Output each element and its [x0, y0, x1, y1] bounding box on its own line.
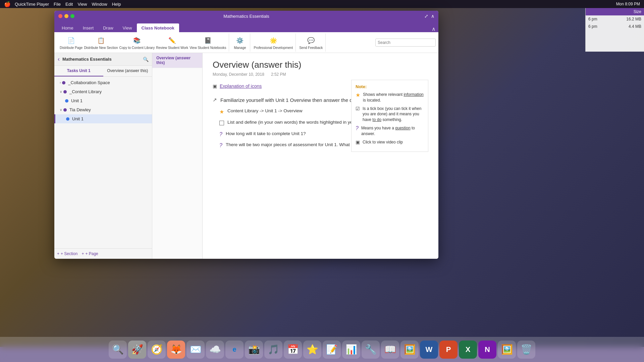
note-question-icon: ? — [356, 125, 359, 131]
content-area[interactable]: Overview (answer this) Monday, December … — [203, 53, 438, 259]
tab-insert[interactable]: Insert — [78, 23, 99, 32]
review-student-label: Review Student Work — [156, 46, 188, 50]
ribbon-content: 📄 Distribute Page 📋 Distribute New Secti… — [54, 32, 438, 53]
section-heading-text: Familiarize yourself with Unit 1 Overvie… — [220, 97, 373, 103]
dock-photos[interactable]: 🖼️ — [400, 341, 419, 359]
close-button[interactable] — [58, 14, 62, 18]
sidebar-tab-overview[interactable]: Overview (answer this) — [103, 66, 152, 76]
sidebar-item-unit1-tia[interactable]: Unit 1 — [54, 114, 152, 123]
expand-icon[interactable]: ⤢ — [424, 13, 428, 19]
btn-professional-dev[interactable]: 🌟 Professional Development — [254, 35, 293, 50]
note-item-1: ★ Shows where relevant information is lo… — [356, 92, 424, 103]
dock-trash[interactable]: 🗑️ — [517, 341, 535, 359]
sidebar-item-tia[interactable]: ∨ Tia Dewley — [54, 105, 152, 114]
page-item-overview[interactable]: Overview (answer this) — [152, 53, 202, 68]
dock-mail[interactable]: ✉️ — [186, 341, 205, 359]
note-item-4-text: Click to view video clip — [363, 139, 403, 145]
dock-facetime[interactable]: 📅 — [284, 341, 302, 359]
search-input[interactable] — [375, 39, 436, 47]
dock-notes[interactable]: 📝 — [323, 341, 341, 359]
dock-tools[interactable]: 🔧 — [362, 341, 380, 359]
copy-content-label: Copy to Content Library — [119, 46, 155, 50]
note-checkbox-icon: ☑ — [356, 106, 360, 111]
menu-view[interactable]: View — [77, 2, 87, 7]
tia-indicator — [63, 108, 67, 112]
content-item-2-text: List and define (in your own words) the … — [227, 120, 361, 125]
dock-onenote[interactable]: N — [478, 341, 496, 359]
sidebar-tab-tasks[interactable]: Tasks Unit 1 — [54, 66, 103, 76]
tab-draw[interactable]: Draw — [98, 23, 118, 32]
chevron-icon-content: ∨ — [60, 90, 62, 94]
ribbon-group-2: ⚙️ Manage — [230, 34, 250, 52]
minimize-button[interactable] — [64, 14, 68, 18]
file-side-panel: Size 6 pm 16.2 MB 6 pm 4.4 MB — [585, 8, 644, 52]
page-meta: Monday, December 10, 2018 2:52 PM — [213, 72, 428, 77]
star-icon-1: ★ — [219, 109, 224, 115]
dock-music[interactable]: 🎵 — [264, 341, 282, 359]
dock-finder[interactable]: 🔍 — [109, 341, 127, 359]
explanation-of-icons-link[interactable]: Explanation of icons — [220, 83, 262, 89]
apple-menu[interactable]: 🍎 — [4, 1, 11, 7]
title-bar-right: ⤢ ∧ — [424, 13, 434, 19]
distribute-section-icon: 📋 — [96, 35, 106, 46]
btn-manage[interactable]: ⚙️ Manage — [232, 35, 247, 50]
menu-quicktime[interactable]: QuickTime Player — [15, 2, 49, 7]
btn-review-student[interactable]: ✏️ Review Student Work — [156, 35, 188, 50]
maximize-button[interactable] — [70, 14, 74, 18]
btn-distribute-section[interactable]: 📋 Distribute New Section — [84, 35, 118, 50]
add-section-icon: + — [57, 251, 59, 256]
dock-star[interactable]: ⭐ — [303, 341, 321, 359]
add-section-button[interactable]: + + Section — [57, 251, 77, 256]
tab-home[interactable]: Home — [57, 23, 78, 32]
distribute-page-icon: 📄 — [66, 35, 76, 46]
copy-content-icon: 📚 — [131, 35, 142, 46]
file-panel-header: Size — [586, 8, 644, 15]
dock-screenshot[interactable]: 📸 — [245, 341, 263, 359]
dock-excel[interactable]: X — [459, 341, 477, 359]
page-date: Monday, December 10, 2018 — [213, 72, 264, 77]
sidebar-item-collaboration[interactable]: › _Collaboration Space — [54, 78, 152, 87]
menu-file[interactable]: File — [54, 2, 61, 7]
note-box: Note: ★ Shows where relevant information… — [351, 80, 428, 152]
sidebar-tabs: Tasks Unit 1 Overview (answer this) — [54, 66, 152, 77]
add-page-button[interactable]: + + Page — [82, 251, 98, 256]
dock-firefox[interactable]: 🦊 — [167, 341, 185, 359]
chevron-icon-tia: ∨ — [60, 108, 62, 112]
chevron-icon-collaboration: › — [60, 81, 61, 84]
dock-books[interactable]: 📖 — [381, 341, 399, 359]
sidebar-item-content-library[interactable]: ∨ _Content Library — [54, 87, 152, 96]
tab-classnotebook[interactable]: Class Notebook — [137, 23, 179, 32]
menu-items: QuickTime Player File Edit View Window H… — [15, 2, 121, 7]
btn-distribute-page[interactable]: 📄 Distribute Page — [60, 35, 83, 50]
sidebar-back-button[interactable]: ‹ — [58, 56, 60, 63]
sidebar: ‹ Mathematics Essentials 🔍 Tasks Unit 1 … — [54, 53, 152, 259]
menu-edit[interactable]: Edit — [65, 2, 73, 7]
collapse-icon[interactable]: ∧ — [431, 13, 434, 19]
file-panel-label-1: 6 pm — [588, 17, 597, 21]
content-item-1-text: Content Library -> Unit 1 -> Overview — [227, 108, 303, 113]
sidebar-item-unit1-content[interactable]: Unit 1 — [54, 96, 152, 105]
dock-edge[interactable]: e — [225, 341, 244, 359]
dock-safari[interactable]: 🧭 — [148, 341, 166, 359]
menu-window[interactable]: Window — [92, 2, 107, 7]
btn-view-notebooks[interactable]: 📓 View Student Notebooks — [190, 35, 226, 50]
checkbox-icon-1[interactable] — [219, 120, 224, 126]
dock-cloud[interactable]: ☁️ — [206, 341, 224, 359]
send-feedback-icon: 💬 — [306, 35, 316, 46]
menu-help[interactable]: Help — [112, 2, 121, 7]
dock-preview[interactable]: 🖼️ — [498, 341, 516, 359]
dock-word[interactable]: W — [420, 341, 438, 359]
dock-numbers[interactable]: 📊 — [342, 341, 360, 359]
btn-copy-content[interactable]: 📚 Copy to Content Library — [119, 35, 155, 50]
btn-send-feedback[interactable]: 💬 Send Feedback — [299, 35, 323, 50]
note-video-icon: ▣ — [356, 139, 360, 145]
tab-view[interactable]: View — [118, 23, 137, 32]
collaboration-indicator — [62, 81, 65, 84]
ribbon-collapse-icon[interactable]: ∧ — [432, 26, 436, 32]
sidebar-search-button[interactable]: 🔍 — [143, 57, 149, 62]
professional-dev-icon: 🌟 — [268, 35, 279, 46]
ribbon-group-4: 💬 Send Feedback — [297, 34, 326, 52]
dock-powerpoint[interactable]: P — [439, 341, 458, 359]
dock-launchpad[interactable]: 🚀 — [128, 341, 146, 359]
manage-icon: ⚙️ — [234, 35, 245, 46]
